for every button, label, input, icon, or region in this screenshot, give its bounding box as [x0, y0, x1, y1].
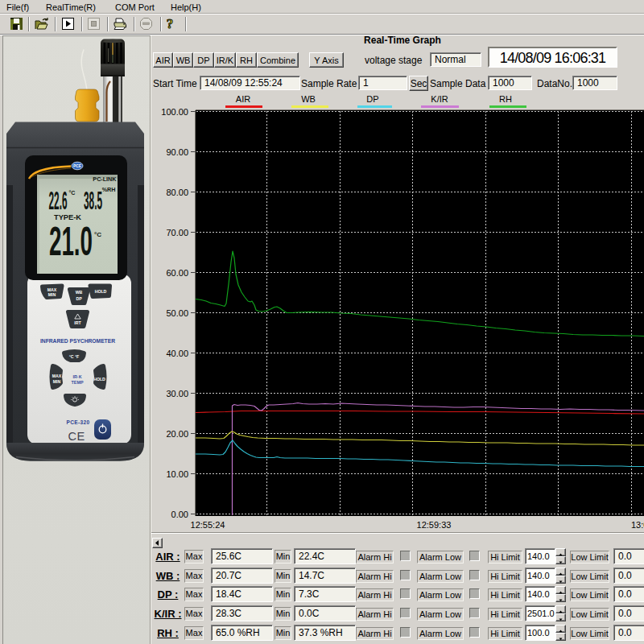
svg-text:13:03:42: 13:03:42: [631, 520, 644, 530]
svg-text:38.5: 38.5: [84, 187, 102, 215]
svg-text:40.00: 40.00: [166, 349, 188, 358]
svg-text:INFRARED PSYCHROMETER: INFRARED PSYCHROMETER: [40, 338, 115, 344]
svg-text:30.00: 30.00: [166, 389, 188, 398]
svg-text:0.00: 0.00: [171, 510, 188, 519]
svg-text:HOLD: HOLD: [95, 289, 107, 294]
svg-text:TEMP: TEMP: [72, 380, 84, 385]
svg-text:MIN: MIN: [53, 379, 61, 384]
svg-text:°C °F: °C °F: [69, 354, 80, 359]
svg-text:70.00: 70.00: [166, 228, 188, 237]
svg-text:MIN: MIN: [48, 292, 56, 297]
svg-text:HOLD: HOLD: [93, 377, 105, 382]
svg-text:°C: °C: [69, 190, 76, 196]
svg-text:12:59:33: 12:59:33: [417, 520, 452, 530]
svg-text:21.0: 21.0: [49, 219, 93, 264]
svg-text:20.00: 20.00: [166, 429, 188, 439]
svg-text:MAX: MAX: [52, 374, 62, 378]
svg-text:IRT: IRT: [74, 320, 81, 325]
svg-text:100.00: 100.00: [161, 109, 188, 117]
svg-text:PCE: PCE: [73, 164, 82, 168]
svg-text:80.00: 80.00: [166, 188, 188, 197]
svg-text:60.00: 60.00: [166, 268, 188, 278]
svg-text:90.00: 90.00: [166, 147, 188, 157]
svg-text:PC-LINK: PC-LINK: [93, 175, 117, 183]
svg-text:DP: DP: [76, 296, 82, 301]
svg-text:IR·K: IR·K: [72, 374, 81, 379]
svg-text:WB: WB: [76, 290, 83, 295]
svg-text:?: ?: [167, 16, 174, 31]
svg-text:50.00: 50.00: [166, 308, 188, 318]
svg-text:22.6: 22.6: [49, 187, 68, 215]
svg-text:CE: CE: [68, 430, 85, 443]
svg-text:12:55:24: 12:55:24: [191, 520, 225, 530]
svg-text:PCE-320: PCE-320: [66, 419, 89, 425]
svg-text:10.00: 10.00: [166, 469, 188, 479]
svg-text:°C: °C: [94, 231, 101, 238]
svg-text:%RH: %RH: [102, 186, 116, 193]
